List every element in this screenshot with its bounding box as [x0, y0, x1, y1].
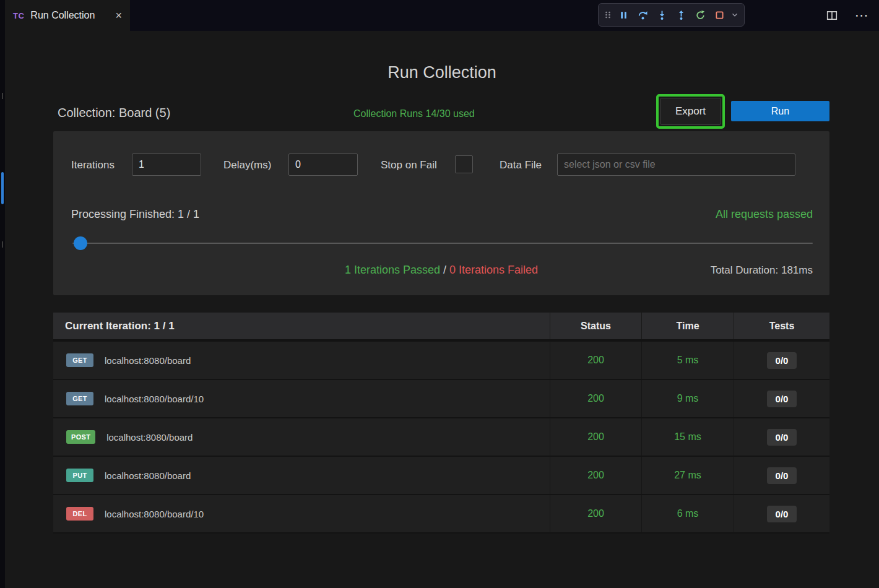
request-cell: GET localhost:8080/board [53, 342, 550, 379]
strip-mark [2, 241, 3, 248]
request-url: localhost:8080/board/10 [105, 509, 204, 519]
request-url: localhost:8080/board/10 [105, 394, 204, 404]
gripper-icon[interactable] [603, 6, 613, 24]
tests-cell: 0/0 [734, 457, 829, 494]
restart-icon[interactable] [691, 6, 709, 24]
method-badge: PUT [66, 469, 93, 482]
editor-actions: ⋯ [823, 4, 870, 27]
request-url: localhost:8080/board [105, 470, 191, 481]
request-cell: POST localhost:8080/board [53, 418, 550, 456]
tab-run-collection[interactable]: TC Run Collection × [5, 0, 130, 31]
left-edge-strip [0, 0, 5, 588]
time-cell: 5 ms [641, 342, 734, 379]
all-requests-passed-label: All requests passed [716, 208, 813, 221]
export-button[interactable]: Export [660, 98, 721, 125]
time-cell: 15 ms [641, 418, 734, 456]
method-badge: GET [66, 353, 93, 367]
more-actions-icon[interactable]: ⋯ [853, 7, 870, 24]
results-table-header: Current Iteration: 1 / 1 Status Time Tes… [53, 313, 829, 342]
status-value: 200 [587, 508, 604, 519]
status-cell: 200 [550, 418, 641, 456]
status-value: 200 [587, 355, 604, 366]
time-value: 27 ms [674, 470, 701, 481]
progress-slider-handle[interactable] [74, 236, 87, 250]
tests-cell: 0/0 [734, 380, 829, 417]
processing-finished-label: Processing Finished: 1 / 1 [71, 208, 199, 221]
time-value: 15 ms [674, 431, 701, 443]
collection-name: Collection: Board (5) [58, 106, 170, 120]
header-time: Time [641, 313, 734, 339]
table-row[interactable]: DEL localhost:8080/board/10 200 6 ms 0/0 [53, 495, 829, 534]
method-badge: POST [66, 430, 95, 444]
iterations-passed: 1 Iterations Passed [345, 264, 440, 276]
status-value: 200 [587, 393, 604, 404]
iterations-failed: 0 Iterations Failed [449, 264, 538, 276]
editor-tab-bar: TC Run Collection × [5, 0, 879, 31]
tests-cell: 0/0 [734, 342, 829, 379]
collection-runs-used: Collection Runs 14/30 used [353, 108, 475, 119]
thunder-client-icon: TC [13, 11, 24, 20]
time-value: 6 ms [677, 508, 699, 519]
tests-badge[interactable]: 0/0 [767, 429, 797, 446]
run-button[interactable]: Run [731, 101, 829, 121]
delay-label: Delay(ms) [223, 159, 271, 171]
scrollbar-indicator[interactable] [1, 172, 4, 204]
data-file-input[interactable] [557, 153, 795, 176]
time-value: 5 ms [677, 355, 699, 366]
time-value: 9 ms [677, 393, 699, 404]
header-status: Status [550, 313, 641, 339]
method-badge: DEL [66, 507, 93, 521]
request-rows: GET localhost:8080/board 200 5 ms 0/0 GE… [53, 342, 829, 534]
total-duration: Total Duration: 181ms [711, 264, 813, 277]
status-cell: 200 [550, 495, 641, 532]
tests-cell: 0/0 [734, 495, 829, 532]
table-row[interactable]: GET localhost:8080/board/10 200 9 ms 0/0 [53, 380, 829, 418]
run-collection-panel: Run Collection Collection: Board (5) Col… [5, 31, 879, 588]
status-cell: 200 [550, 342, 641, 379]
iterations-label: Iterations [71, 159, 115, 171]
strip-mark [2, 93, 3, 99]
tests-badge[interactable]: 0/0 [767, 352, 797, 369]
request-url: localhost:8080/board [105, 355, 191, 366]
header-current-iteration: Current Iteration: 1 / 1 [53, 313, 550, 339]
time-cell: 9 ms [641, 380, 734, 417]
delay-input[interactable] [288, 153, 358, 176]
status-cell: 200 [550, 457, 641, 494]
pause-icon[interactable] [615, 6, 632, 24]
step-over-icon[interactable] [634, 6, 651, 24]
chevron-down-icon[interactable] [730, 6, 740, 24]
table-row[interactable]: PUT localhost:8080/board 200 27 ms 0/0 [53, 457, 829, 495]
run-settings-panel: Iterations Delay(ms) Stop on Fail Data F… [53, 131, 829, 295]
results-table: Current Iteration: 1 / 1 Status Time Tes… [53, 313, 829, 534]
request-cell: DEL localhost:8080/board/10 [53, 495, 550, 532]
collection-header: Collection: Board (5) Collection Runs 14… [53, 93, 829, 130]
step-out-icon[interactable] [672, 6, 690, 24]
app-window: TC Run Collection × [0, 0, 879, 588]
status-cell: 200 [550, 380, 641, 417]
stop-icon[interactable] [711, 6, 728, 24]
iterations-input[interactable] [132, 153, 201, 176]
tests-badge[interactable]: 0/0 [767, 391, 797, 407]
table-row[interactable]: GET localhost:8080/board 200 5 ms 0/0 [53, 342, 829, 380]
data-file-label: Data File [500, 159, 542, 171]
tests-cell: 0/0 [734, 418, 829, 456]
tests-badge[interactable]: 0/0 [767, 467, 797, 484]
stop-on-fail-label: Stop on Fail [381, 159, 437, 171]
request-cell: GET localhost:8080/board/10 [53, 380, 550, 417]
request-url: localhost:8080/board [106, 432, 193, 443]
export-highlight-annotation: Export [656, 94, 725, 129]
tests-badge[interactable]: 0/0 [767, 506, 797, 522]
method-badge: GET [66, 392, 93, 405]
progress-slider-track [72, 243, 813, 244]
request-cell: PUT localhost:8080/board [53, 457, 550, 494]
step-into-icon[interactable] [653, 6, 670, 24]
close-icon[interactable]: × [115, 10, 122, 21]
header-tests: Tests [734, 313, 829, 339]
stop-on-fail-checkbox[interactable] [455, 155, 473, 173]
split-editor-icon[interactable] [823, 7, 841, 24]
debug-toolbar [598, 3, 745, 27]
status-value: 200 [587, 470, 604, 481]
table-row[interactable]: POST localhost:8080/board 200 15 ms 0/0 [53, 418, 829, 457]
page-title: Run Collection [5, 63, 879, 82]
time-cell: 6 ms [641, 495, 734, 532]
